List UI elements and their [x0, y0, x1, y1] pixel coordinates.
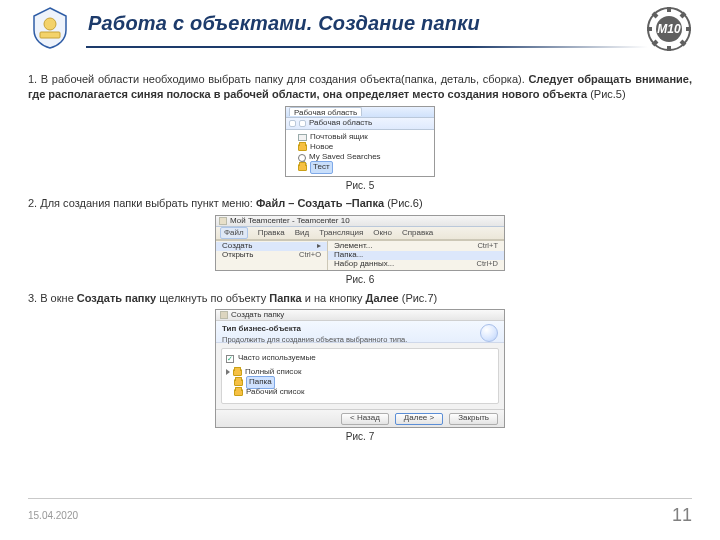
search-icon [298, 154, 306, 162]
caption-6: Рис. 6 [28, 273, 692, 287]
svg-line-10 [681, 13, 685, 17]
folder-icon [298, 144, 307, 151]
fig6-title: Мой Teamcenter - Teamcenter 10 [230, 216, 350, 227]
fig5-tab: Рабочая область [289, 107, 362, 116]
expand-icon [226, 369, 230, 375]
fig7-section-title: Тип бизнес-объекта [222, 324, 407, 335]
tree-item-selected: Тест [298, 163, 430, 173]
menu-edit: Правка [258, 228, 285, 239]
svg-line-9 [681, 41, 685, 45]
figure-5: Рабочая область Рабочая область Почтовый… [285, 106, 435, 177]
footer-date: 15.04.2020 [28, 510, 78, 521]
bmstu-crest [28, 6, 72, 54]
frequent-checkbox-row: ✓ Часто используемые [226, 353, 494, 364]
submenu-dataset: Набор данных...Ctrl+D [328, 260, 504, 269]
tree-item: Новое [298, 143, 430, 153]
header-rule [86, 46, 648, 48]
wizard-icon [480, 324, 498, 342]
app-icon [220, 311, 228, 319]
step2-text: 2. Для создания папки выбрать пункт меню… [28, 196, 692, 211]
caption-7: Рис. 7 [28, 430, 692, 444]
folder-icon [234, 379, 243, 386]
fig5-panel-title: Рабочая область [309, 118, 372, 129]
figure-7: Создать папку Тип бизнес-объекта Продолж… [215, 309, 505, 428]
toolbar-icon [299, 120, 306, 127]
folder-icon [233, 369, 242, 376]
step3-text: 3. В окне Создать папку щелкнуть по объе… [28, 291, 692, 306]
menu-help: Справка [402, 228, 433, 239]
next-button: Далее > [395, 413, 443, 425]
footer: 15.04.2020 11 [28, 498, 692, 526]
page-title: Работа с объектами. Создание папки [88, 12, 648, 35]
menu-window: Окно [373, 228, 392, 239]
step1-text: 1. В рабочей области необходимо выбрать … [28, 72, 692, 102]
caption-5: Рис. 5 [28, 179, 692, 193]
svg-line-8 [653, 13, 657, 17]
m10-gear-logo: М10 [646, 6, 692, 56]
toolbar-icon [289, 120, 296, 127]
menubar: Файл Правка Вид Трансляция Окно Справка [216, 227, 504, 240]
menu-translation: Трансляция [319, 228, 363, 239]
fig7-section-sub: Продолжить для создания объекта выбранно… [222, 335, 407, 345]
folder-icon [234, 389, 243, 396]
app-icon [219, 217, 227, 225]
menuitem-open: ОткрытьCtrl+O [216, 251, 327, 260]
close-button: Закрыть [449, 413, 498, 425]
slide-body: 1. В рабочей области необходимо выбрать … [28, 70, 692, 484]
page-number: 11 [672, 505, 692, 526]
svg-text:М10: М10 [657, 22, 681, 36]
tree-item: Почтовый ящик [298, 133, 430, 143]
tree-item-worklist: Рабочий список [234, 387, 494, 397]
menu-file: Файл [220, 227, 248, 240]
fig7-title: Создать папку [231, 310, 284, 321]
svg-rect-1 [40, 32, 60, 38]
checkbox-icon: ✓ [226, 355, 234, 363]
svg-line-11 [653, 41, 657, 45]
tree-item-folder: Папка [234, 377, 494, 387]
mail-icon [298, 134, 307, 141]
svg-point-0 [44, 18, 56, 30]
back-button: < Назад [341, 413, 389, 425]
folder-icon [298, 164, 307, 171]
menu-view: Вид [295, 228, 309, 239]
figure-6: Мой Teamcenter - Teamcenter 10 Файл Прав… [215, 215, 505, 271]
